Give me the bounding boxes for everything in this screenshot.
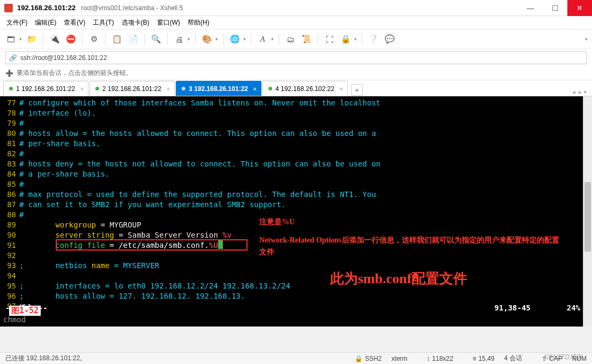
- annotation-2: Network-Related Options后添加一行信息，这样我们就可以为指…: [259, 234, 559, 258]
- scroll-thumb[interactable]: [584, 182, 591, 252]
- term-type: xterm: [392, 355, 408, 362]
- close-icon[interactable]: ×: [80, 86, 84, 92]
- transfer-icon[interactable]: 🗂: [284, 33, 297, 46]
- connection-status: 已连接 192.168.26.101:22。: [5, 354, 86, 363]
- hint-add-icon[interactable]: ➕: [5, 70, 13, 77]
- menubar: 文件(F) 编辑(E) 查看(V) 工具(T) 选项卡(B) 窗口(W) 帮助(…: [0, 16, 592, 29]
- lock-icon: 🔒: [355, 355, 363, 362]
- menu-help[interactable]: 帮助(H): [188, 18, 209, 27]
- address-bar: 🔗 ssh://root@192.168.26.101:22: [0, 49, 592, 66]
- disconnect-icon[interactable]: ⛔: [64, 33, 77, 46]
- menu-file[interactable]: 文件(F): [6, 18, 27, 27]
- help-icon[interactable]: ❔: [367, 33, 380, 46]
- status-bar: 已连接 192.168.26.101:22。 🔒SSH2 xterm ↕118x…: [0, 352, 592, 364]
- toolbar: 🗔▾ 📁 🔌 ⛔ ⚙ 📋 📄 🔍 🖨▾ 🎨▾ 🌐▾ A▾ 🗂 📜 ⛶ 🔒▾ ❔ …: [0, 29, 592, 49]
- minimize-button[interactable]: —: [518, 0, 543, 16]
- watermark: ©51CTO博客: [544, 353, 582, 362]
- address-input[interactable]: 🔗 ssh://root@192.168.26.101:22: [5, 51, 587, 64]
- script-icon[interactable]: 📜: [300, 33, 313, 46]
- toolbar-overflow-icon[interactable]: ▾: [585, 36, 588, 42]
- session-count: 4 会话: [504, 354, 522, 363]
- scrollbar[interactable]: [583, 96, 592, 327]
- open-icon[interactable]: 📁: [25, 33, 38, 46]
- vim-position: 91,38-45 24%: [494, 304, 580, 314]
- hint-text: 要添加当前会话，点击左侧的箭头按钮。: [17, 69, 132, 78]
- close-button[interactable]: ✕: [567, 0, 592, 16]
- tab-1[interactable]: 1 192.168.26.101:22×: [3, 81, 88, 96]
- lock-icon[interactable]: 🔒: [339, 33, 352, 46]
- globe-icon[interactable]: 🌐: [228, 33, 241, 46]
- address-text: ssh://root@192.168.26.101:22: [20, 54, 107, 62]
- close-icon[interactable]: ×: [167, 86, 170, 92]
- hint-bar: ➕ 要添加当前会话，点击左侧的箭头按钮。: [0, 66, 592, 80]
- color-icon[interactable]: 🎨: [200, 33, 213, 46]
- menu-view[interactable]: 查看(V): [64, 18, 85, 27]
- tab-4[interactable]: 4 192.168.26.102:22×: [263, 81, 348, 96]
- figure-label: 图1-52: [9, 306, 41, 316]
- title-sub: root@vms001:/etc/samba - Xshell 5: [81, 4, 183, 12]
- menu-edit[interactable]: 编辑(E): [35, 18, 56, 27]
- annotation-1: 注意是%U: [259, 216, 295, 228]
- font-icon[interactable]: A: [256, 33, 269, 46]
- titlebar: 192.168.26.101:22 root@vms001:/etc/samba…: [0, 0, 592, 16]
- tab-next-icon[interactable]: ▸: [579, 88, 582, 96]
- highlight-box: [56, 239, 248, 251]
- session-tabs: 1 192.168.26.101:22× 2 192.168.26.101:22…: [0, 80, 592, 96]
- properties-icon[interactable]: ⚙: [87, 33, 100, 46]
- annotation-3: 此为smb.conf配置文件: [330, 273, 467, 285]
- title-main: 192.168.26.101:22: [17, 4, 76, 12]
- fullscreen-icon[interactable]: ⛶: [323, 33, 336, 46]
- reconnect-icon[interactable]: 🔌: [48, 33, 61, 46]
- vim-cmdline: chmod: [3, 315, 26, 324]
- app-icon: [4, 4, 13, 12]
- close-icon[interactable]: ×: [253, 86, 257, 92]
- link-icon: 🔗: [9, 54, 17, 62]
- tab-2[interactable]: 2 192.168.26.101:22×: [89, 81, 175, 96]
- menu-window[interactable]: 窗口(W): [157, 18, 180, 27]
- copy-icon[interactable]: 📋: [110, 33, 123, 46]
- tab-add-button[interactable]: +: [351, 84, 363, 96]
- search-icon[interactable]: 🔍: [149, 33, 162, 46]
- menu-tools[interactable]: 工具(T): [93, 18, 114, 27]
- tab-prev-icon[interactable]: ◂: [572, 88, 575, 96]
- terminal[interactable]: 77# configure which of those interfaces …: [0, 96, 592, 327]
- close-icon[interactable]: ×: [340, 86, 343, 92]
- paste-icon[interactable]: 📄: [126, 33, 139, 46]
- tab-3[interactable]: 3 192.168.26.101:22×: [176, 81, 261, 96]
- print-icon[interactable]: 🖨: [173, 33, 185, 46]
- maximize-button[interactable]: ☐: [543, 0, 567, 16]
- vim-status-line: -- 插入 -- 91,38-45 24%: [0, 304, 592, 314]
- menu-tabs[interactable]: 选项卡(B): [122, 18, 149, 27]
- new-session-icon[interactable]: 🗔: [4, 33, 17, 46]
- chat-icon[interactable]: 💬: [383, 33, 396, 46]
